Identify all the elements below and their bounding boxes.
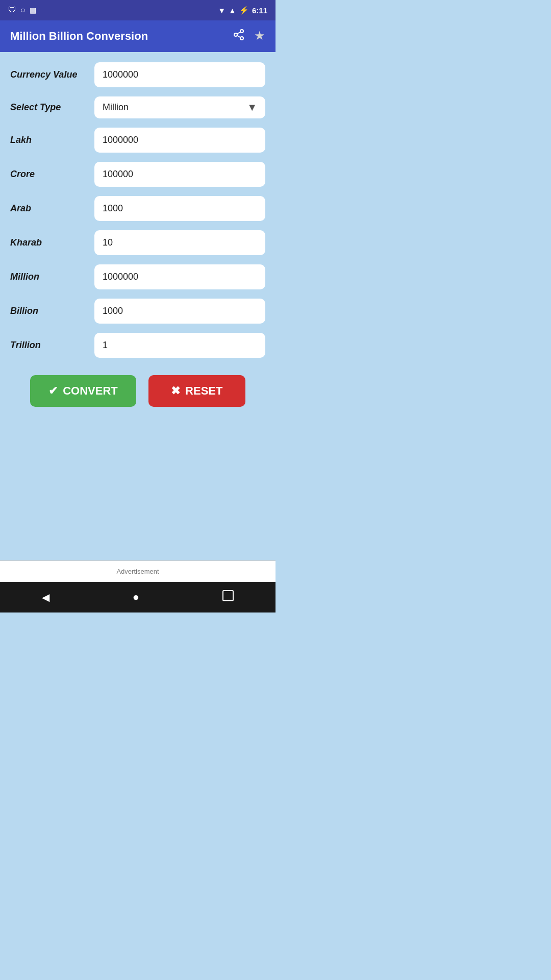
buttons-row: ✔ CONVERT ✖ RESET — [10, 367, 265, 412]
reset-x-icon: ✖ — [171, 384, 180, 398]
favorite-icon[interactable]: ★ — [254, 29, 265, 44]
select-type-row: Select Type Million ▼ — [10, 96, 265, 118]
convert-button[interactable]: ✔ CONVERT — [30, 375, 136, 407]
shield-icon: 🛡 — [8, 6, 16, 15]
trillion-input[interactable] — [94, 333, 265, 358]
lakh-input[interactable] — [94, 128, 265, 153]
arab-input[interactable] — [94, 196, 265, 221]
million-label: Million — [10, 272, 94, 282]
toolbar-actions: ★ — [233, 29, 265, 44]
svg-line-4 — [237, 32, 241, 34]
doc-icon: ▤ — [30, 6, 36, 14]
arab-row: Arab — [10, 196, 265, 221]
ad-content: Advertisement — [116, 568, 159, 575]
svg-line-3 — [237, 36, 241, 38]
kharab-row: Kharab — [10, 230, 265, 255]
currency-value-label: Currency Value — [10, 69, 94, 80]
crore-label: Crore — [10, 169, 94, 180]
chevron-down-icon: ▼ — [247, 102, 257, 113]
battery-icon: ⚡ — [239, 6, 249, 15]
billion-input[interactable] — [94, 299, 265, 324]
kharab-input[interactable] — [94, 230, 265, 255]
recents-square-icon — [222, 590, 234, 601]
back-button[interactable]: ◀ — [30, 587, 62, 607]
circle-status-icon: ○ — [20, 6, 26, 15]
trillion-label: Trillion — [10, 340, 94, 351]
toolbar: Million Billion Conversion ★ — [0, 20, 276, 52]
reset-button-label: RESET — [185, 384, 222, 398]
main-content: Currency Value Select Type Million ▼ Lak… — [0, 52, 276, 560]
currency-value-input[interactable] — [94, 62, 265, 87]
ad-bar: Advertisement — [0, 560, 276, 582]
convert-button-label: CONVERT — [63, 384, 118, 398]
billion-row: Billion — [10, 299, 265, 324]
time-display: 6:11 — [252, 6, 267, 15]
select-type-label: Select Type — [10, 102, 94, 113]
svg-point-0 — [240, 30, 243, 33]
share-icon[interactable] — [233, 29, 245, 44]
lakh-label: Lakh — [10, 135, 94, 145]
million-row: Million — [10, 264, 265, 289]
recents-button[interactable] — [210, 586, 246, 608]
arab-label: Arab — [10, 203, 94, 214]
lakh-row: Lakh — [10, 128, 265, 153]
billion-label: Billion — [10, 306, 94, 316]
crore-row: Crore — [10, 162, 265, 187]
status-right-icons: ▼ ▲ ⚡ 6:11 — [218, 6, 267, 15]
wifi-icon: ▼ — [218, 6, 226, 15]
convert-checkmark-icon: ✔ — [48, 384, 58, 398]
status-bar: 🛡 ○ ▤ ▼ ▲ ⚡ 6:11 — [0, 0, 276, 20]
select-type-value: Million — [103, 102, 129, 113]
result-fields: Lakh Crore Arab Kharab Million Billion — [10, 128, 265, 367]
currency-value-row: Currency Value — [10, 62, 265, 87]
select-type-dropdown[interactable]: Million ▼ — [94, 96, 265, 118]
reset-button[interactable]: ✖ RESET — [148, 375, 245, 407]
million-input[interactable] — [94, 264, 265, 289]
trillion-row: Trillion — [10, 333, 265, 358]
home-button[interactable]: ● — [120, 586, 152, 608]
svg-point-1 — [234, 33, 237, 36]
signal-icon: ▲ — [229, 6, 236, 15]
status-left-icons: 🛡 ○ ▤ — [8, 6, 36, 15]
kharab-label: Kharab — [10, 237, 94, 248]
app-title: Million Billion Conversion — [10, 30, 148, 43]
svg-point-2 — [240, 37, 243, 40]
crore-input[interactable] — [94, 162, 265, 187]
navigation-bar: ◀ ● — [0, 582, 276, 612]
